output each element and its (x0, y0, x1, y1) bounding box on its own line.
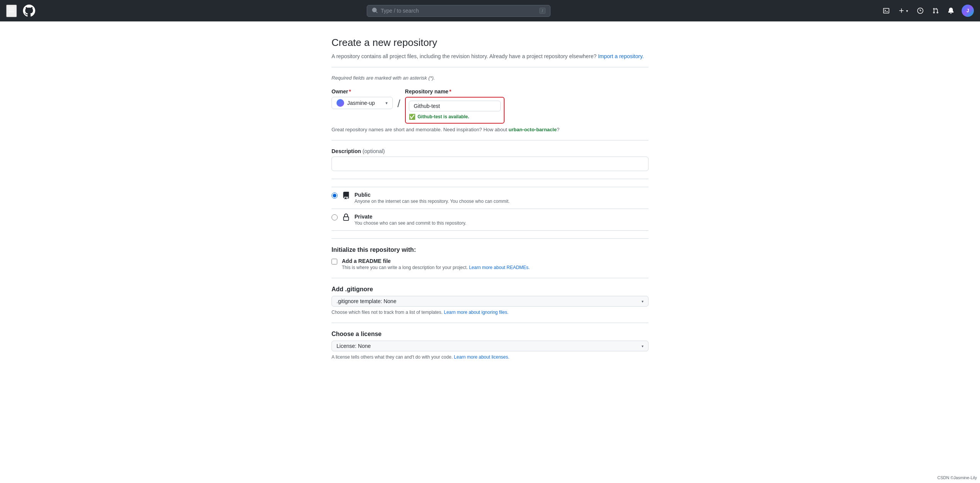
search-slash-badge: / (539, 8, 545, 14)
page-title: Create a new repository (332, 37, 648, 49)
header-divider (332, 67, 648, 67)
gitignore-dropdown-label: .gitignore template: None (336, 298, 396, 304)
owner-chevron-icon: ▾ (385, 101, 388, 106)
readme-content: Add a README file This is where you can … (342, 258, 530, 270)
readme-checkbox-row: Add a README file This is where you can … (332, 258, 648, 270)
license-chevron-icon: ▾ (642, 344, 644, 348)
page-subtitle: A repository contains all project files,… (332, 53, 648, 59)
header-search-area: Type / to search / (44, 5, 872, 17)
section-divider-3 (332, 238, 648, 239)
avatar[interactable]: J (962, 5, 974, 17)
private-option-title: Private (354, 214, 648, 220)
pull-requests-button[interactable] (931, 6, 940, 15)
repo-name-highlighted-box: ✅ Github-test is available. (405, 97, 505, 124)
add-chevron-icon: ▾ (906, 9, 908, 13)
gitignore-section: Add .gitignore .gitignore template: None… (332, 286, 648, 315)
initialize-title: Initialize this repository with: (332, 246, 648, 253)
suggestion-text: Great repository names are short and mem… (332, 127, 648, 132)
description-label: Description (optional) (332, 148, 648, 154)
terminal-button[interactable] (882, 6, 891, 15)
header-right: ▾ J (882, 5, 974, 17)
owner-label: Owner* (332, 88, 393, 95)
owner-select-dropdown[interactable]: Jasmine-up ▾ (332, 97, 393, 109)
search-placeholder-text: Type / to search (381, 8, 537, 14)
public-option-title: Public (354, 192, 648, 198)
repo-name-required-star: * (449, 88, 451, 95)
public-radio[interactable] (332, 193, 338, 199)
availability-message: ✅ Github-test is available. (409, 114, 501, 120)
license-dropdown-label: License: None (336, 343, 371, 349)
private-option-row: Private You choose who can see and commi… (332, 209, 648, 231)
search-icon (372, 7, 378, 15)
section-divider-1 (332, 140, 648, 140)
visibility-section: Public Anyone on the internet can see th… (332, 187, 648, 231)
search-box[interactable]: Type / to search / (367, 5, 550, 17)
gitignore-title: Add .gitignore (332, 286, 648, 293)
public-repo-icon (342, 192, 350, 202)
private-option-desc: You choose who can see and commit to thi… (354, 220, 648, 226)
public-option-desc: Anyone on the internet can see this repo… (354, 199, 648, 204)
repo-name-label: Repository name* (405, 88, 505, 95)
owner-value: Jasmine-up (347, 100, 375, 106)
section-divider-4 (332, 278, 648, 278)
owner-repo-row: Owner* Jasmine-up ▾ / Repository name* (332, 88, 648, 124)
header-left (6, 5, 35, 17)
private-radio[interactable] (332, 214, 338, 220)
public-option-row: Public Anyone on the internet can see th… (332, 187, 648, 209)
form-container: Create a new repository A repository con… (325, 37, 655, 367)
license-learn-more-link[interactable]: Learn more about licenses. (454, 354, 510, 360)
initialize-section: Initialize this repository with: Add a R… (332, 246, 648, 270)
public-option-content: Public Anyone on the internet can see th… (354, 192, 648, 204)
repo-name-input[interactable] (409, 101, 501, 111)
gitignore-dropdown[interactable]: .gitignore template: None ▾ (332, 296, 648, 307)
repo-name-field-group: Repository name* ✅ Github-test is availa… (405, 88, 505, 124)
section-divider-2 (332, 179, 648, 179)
readme-learn-more-link[interactable]: Learn more about READMEs. (469, 265, 530, 270)
required-note: Required fields are marked with an aster… (332, 75, 648, 81)
license-section: Choose a license License: None ▾ A licen… (332, 331, 648, 360)
readme-desc: This is where you can write a long descr… (342, 265, 530, 270)
description-optional: (optional) (363, 148, 385, 154)
github-logo-icon[interactable] (23, 5, 35, 17)
gitignore-desc: Choose which files not to track from a l… (332, 310, 648, 315)
activity-button[interactable] (916, 6, 925, 15)
notifications-button[interactable] (946, 6, 956, 15)
owner-field-group: Owner* Jasmine-up ▾ (332, 88, 393, 109)
license-title: Choose a license (332, 331, 648, 338)
check-circle-icon: ✅ (409, 114, 415, 120)
description-section: Description (optional) (332, 148, 648, 171)
owner-avatar-icon (336, 99, 344, 107)
hamburger-menu-button[interactable] (6, 5, 17, 17)
private-repo-icon (342, 214, 350, 224)
availability-text: Github-test is available. (418, 114, 469, 119)
import-repo-link[interactable]: Import a repository. (598, 53, 644, 59)
license-dropdown[interactable]: License: None ▾ (332, 341, 648, 351)
section-divider-5 (332, 323, 648, 323)
owner-required-star: * (349, 88, 351, 95)
private-option-content: Private You choose who can see and commi… (354, 214, 648, 226)
readme-label: Add a README file (342, 258, 530, 264)
gitignore-learn-more-link[interactable]: Learn more about ignoring files. (444, 310, 508, 315)
readme-checkbox[interactable] (332, 259, 337, 264)
license-desc: A license tells others what they can and… (332, 354, 648, 360)
separator-slash: / (396, 98, 402, 109)
suggestion-name-link[interactable]: urban-octo-barnacle (508, 127, 557, 132)
add-new-button[interactable]: ▾ (897, 6, 910, 15)
app-header: Type / to search / ▾ (0, 0, 980, 21)
gitignore-chevron-icon: ▾ (642, 299, 644, 304)
main-content: Create a new repository A repository con… (0, 21, 980, 383)
description-input[interactable] (332, 157, 648, 171)
